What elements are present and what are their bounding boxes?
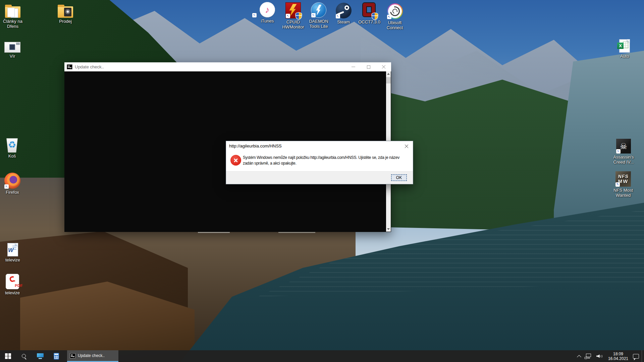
uac-shield-icon — [372, 13, 378, 19]
desktop-icon-assassins-creed[interactable]: ☠ Assassin's Creed IV... — [608, 138, 639, 165]
error-x-glyph — [233, 158, 238, 163]
dialog-message: Systém Windows nemůže najít položku http… — [243, 155, 411, 166]
scroll-up-button[interactable] — [386, 71, 391, 76]
shortcut-arrow-icon — [4, 184, 9, 189]
folder-documents-icon — [5, 6, 20, 18]
desktop-icon-firefox[interactable]: Firefox — [0, 173, 28, 195]
desktop-icon-televize-pdf[interactable]: PDF televize — [0, 274, 28, 295]
chevron-up-icon — [577, 355, 581, 359]
desktop-icon-vir[interactable]: Vír — [0, 37, 28, 59]
desktop-icon-kos[interactable]: ♻ Koš — [0, 137, 27, 159]
pdf-document-icon: PDF — [6, 274, 19, 289]
firefox-icon — [4, 173, 20, 189]
word-document-icon: W — [7, 243, 18, 256]
shortcut-arrow-icon — [286, 14, 290, 18]
show-desktop-button[interactable] — [642, 350, 644, 362]
taskbar-display-app-button[interactable] — [32, 350, 48, 362]
skull-glyph: ☠ — [620, 141, 627, 151]
excel-letter: X — [617, 43, 624, 49]
desktop-icon-label: televize — [0, 290, 28, 295]
taskbar: Update check.. 18:09 16.04.2021 — [0, 350, 644, 362]
dialog-footer: OK — [226, 171, 413, 184]
maximize-icon — [367, 65, 370, 69]
arrow-up-icon — [387, 73, 390, 75]
windows-logo-icon — [5, 353, 11, 359]
desktop[interactable]: Články na Dfens Prodej Vír ♻ Koš Firefox… — [0, 0, 644, 362]
taskbar-app-label: Update check.. — [78, 353, 105, 358]
desktop-icon-clanky-na-dfens[interactable]: Články na Dfens — [0, 2, 28, 29]
desktop-icon-televize-word[interactable]: W televize — [0, 241, 28, 262]
shortcut-arrow-icon — [252, 13, 257, 17]
scroll-down-button[interactable] — [386, 227, 391, 232]
image-file-icon — [4, 42, 20, 53]
steam-icon — [336, 3, 352, 18]
action-center-button[interactable] — [631, 350, 642, 362]
spreadsheet-grid — [623, 42, 629, 48]
volume-button[interactable] — [594, 350, 605, 362]
desktop-icon-label: Koš — [0, 154, 27, 159]
close-icon — [405, 144, 409, 148]
nfs-most-wanted-icon: NFS MW — [615, 171, 631, 187]
notification-icon — [633, 354, 639, 359]
ok-button[interactable]: OK — [391, 174, 407, 181]
shortcut-arrow-icon — [311, 13, 316, 17]
tray-overflow-button[interactable] — [576, 350, 583, 362]
network-status-button[interactable] — [583, 350, 594, 362]
arrow-down-icon — [387, 228, 390, 230]
desktop-icon-label: Ubisoft Connect — [380, 20, 410, 30]
close-icon — [382, 65, 386, 69]
recycle-glyph: ♻ — [8, 139, 16, 150]
taskbar-clock[interactable]: 18:09 16.04.2021 — [605, 352, 631, 361]
ethernet-icon — [585, 354, 592, 359]
taskbar-app-update-check[interactable]: Update check.. — [67, 350, 118, 362]
desktop-icon-label: Články na Dfens — [0, 19, 28, 29]
scrollbar-thumb[interactable] — [386, 77, 391, 83]
desktop-icon-ubisoft-connect[interactable]: Ubisoft Connect — [380, 4, 410, 30]
desktop-icon-prodej[interactable]: Prodej — [50, 2, 80, 24]
desktop-icon-label: Auto — [609, 54, 640, 59]
error-dialog: http://agileurbia.com/HNSS Systém Window… — [226, 141, 413, 184]
taskbar-calculator-button[interactable] — [48, 350, 64, 362]
music-note-glyph: ♪ — [265, 5, 270, 15]
assassins-creed-icon: ☠ — [616, 139, 631, 154]
system-tray: 18:09 16.04.2021 — [576, 350, 644, 362]
monitor-icon — [37, 353, 44, 359]
tray-time: 18:09 — [613, 352, 623, 356]
console-titlebar[interactable]: Update check.. — [64, 62, 391, 71]
daemon-tools-icon — [311, 2, 326, 18]
search-button[interactable] — [16, 350, 32, 362]
desktop-icon-label: Firefox — [0, 190, 28, 195]
close-button[interactable] — [376, 62, 391, 71]
shortcut-arrow-icon — [387, 15, 391, 19]
desktop-icon-label: Vír — [0, 54, 28, 59]
ubisoft-connect-icon — [387, 3, 403, 19]
shortcut-arrow-icon — [616, 149, 621, 154]
desktop-icon-auto[interactable]: X Auto — [609, 37, 640, 59]
desktop-icon-label: televize — [0, 257, 28, 262]
nfs-text: NFS — [618, 174, 629, 179]
excel-document-icon: X — [619, 39, 630, 53]
occt-icon — [362, 2, 377, 18]
console-title: Update check.. — [75, 64, 104, 69]
error-icon — [230, 155, 241, 166]
desktop-icon-label: Assassin's Creed IV... — [608, 155, 639, 165]
folder-media-icon — [58, 6, 73, 18]
cpuid-hwmonitor-icon — [285, 2, 301, 18]
dialog-close-button[interactable] — [402, 143, 411, 150]
taskbar-empty-area — [118, 350, 576, 362]
start-button[interactable] — [0, 350, 16, 362]
maximize-button[interactable] — [361, 62, 376, 71]
tray-date: 16.04.2021 — [608, 356, 628, 361]
minimize-icon — [352, 67, 355, 67]
console-app-icon — [67, 64, 72, 69]
lightning-bolt — [316, 5, 322, 16]
pdf-label: PDF — [12, 284, 25, 288]
calculator-icon — [54, 353, 59, 360]
steam-piston — [344, 5, 349, 10]
desktop-icon-nfs-most-wanted[interactable]: NFS MW NFS Most Wanted — [608, 171, 638, 198]
search-icon — [21, 354, 27, 359]
itunes-icon: ♪ — [260, 2, 275, 17]
recycle-bin-icon: ♻ — [6, 138, 18, 153]
speaker-icon — [596, 354, 603, 359]
minimize-button[interactable] — [346, 62, 361, 71]
